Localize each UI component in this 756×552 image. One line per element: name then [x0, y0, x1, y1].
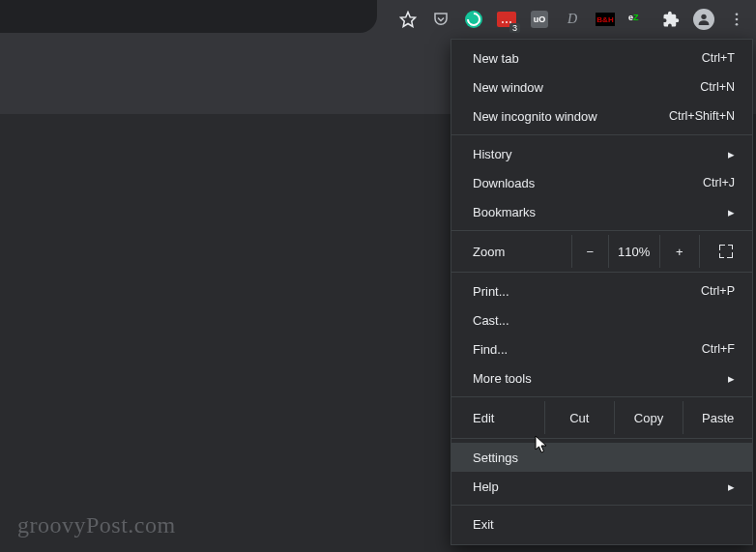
svg-point-2	[736, 13, 739, 15]
watermark: groovyPost.com	[17, 512, 176, 538]
menu-separator	[451, 438, 752, 439]
menu-zoom-row: Zoom − 110% +	[451, 235, 752, 268]
fullscreen-button[interactable]	[699, 235, 752, 268]
chevron-right-icon: ▸	[728, 371, 735, 386]
menu-print[interactable]: Print... Ctrl+P	[451, 276, 752, 305]
menu-find[interactable]: Find... Ctrl+F	[451, 334, 752, 363]
menu-new-window[interactable]: New window Ctrl+N	[451, 73, 752, 102]
menu-item-label: New window	[473, 80, 700, 95]
menu-item-label: New incognito window	[473, 109, 669, 124]
menu-separator	[451, 505, 752, 506]
extension-bh-icon[interactable]: B&H	[594, 8, 617, 31]
menu-item-label: History	[473, 147, 728, 161]
menu-item-label: Settings	[473, 450, 735, 465]
menu-item-label: Downloads	[473, 176, 703, 190]
menu-downloads[interactable]: Downloads Ctrl+J	[451, 168, 752, 197]
menu-cast[interactable]: Cast...	[451, 305, 752, 334]
menu-item-shortcut: Ctrl+Shift+N	[669, 109, 735, 123]
pocket-icon[interactable]	[429, 8, 452, 31]
chevron-right-icon: ▸	[728, 147, 735, 161]
menu-exit[interactable]: Exit	[451, 509, 752, 538]
menu-history[interactable]: History ▸	[451, 139, 752, 168]
lastpass-badge: 3	[509, 23, 520, 33]
menu-item-label: Exit	[473, 517, 735, 532]
edit-copy-button[interactable]: Copy	[614, 401, 683, 434]
menu-item-shortcut: Ctrl+F	[702, 342, 735, 356]
zoom-out-button[interactable]: −	[571, 235, 608, 268]
svg-point-3	[736, 18, 739, 21]
svg-point-4	[736, 23, 739, 26]
zoom-value: 110%	[608, 235, 659, 268]
menu-item-label: Find...	[473, 342, 702, 357]
edit-paste-button[interactable]: Paste	[683, 401, 752, 434]
menu-more-tools[interactable]: More tools ▸	[451, 363, 752, 392]
menu-new-incognito[interactable]: New incognito window Ctrl+Shift+N	[451, 102, 752, 131]
menu-item-label: Bookmarks	[473, 205, 728, 219]
browser-toolbar: 3 uO D B&H eZ	[0, 0, 756, 39]
menu-help[interactable]: Help ▸	[451, 472, 752, 501]
svg-point-1	[701, 15, 706, 19]
menu-new-tab[interactable]: New tab Ctrl+T	[451, 44, 752, 73]
menu-separator	[451, 230, 752, 231]
menu-item-shortcut: Ctrl+J	[703, 176, 735, 189]
menu-bookmarks[interactable]: Bookmarks ▸	[451, 197, 752, 226]
extension-d-icon[interactable]: D	[561, 8, 584, 31]
ublock-icon[interactable]: uO	[528, 8, 551, 31]
menu-item-label: More tools	[473, 371, 728, 386]
extension-ez-icon[interactable]: eZ	[626, 8, 650, 31]
grammarly-icon[interactable]	[462, 8, 485, 31]
menu-item-label: Zoom	[473, 245, 571, 259]
star-icon[interactable]	[396, 8, 420, 31]
chrome-main-menu: New tab Ctrl+T New window Ctrl+N New inc…	[451, 39, 753, 545]
fullscreen-icon	[719, 245, 733, 258]
menu-item-label: Edit	[473, 411, 544, 425]
menu-item-label: Print...	[473, 284, 701, 299]
chevron-right-icon: ▸	[728, 479, 735, 494]
extensions-puzzle-icon[interactable]	[659, 8, 683, 31]
edit-cut-button[interactable]: Cut	[544, 401, 614, 434]
menu-dots-icon[interactable]	[725, 8, 748, 31]
menu-separator	[451, 134, 752, 135]
menu-item-shortcut: Ctrl+N	[700, 80, 735, 94]
menu-separator	[451, 272, 752, 273]
profile-icon[interactable]	[692, 8, 715, 31]
chevron-right-icon: ▸	[728, 205, 735, 219]
zoom-in-button[interactable]: +	[659, 235, 700, 268]
lastpass-icon[interactable]: 3	[495, 8, 518, 31]
menu-item-label: New tab	[473, 51, 702, 66]
menu-item-shortcut: Ctrl+P	[701, 284, 735, 298]
menu-item-label: Cast...	[473, 313, 735, 328]
menu-settings[interactable]: Settings	[451, 443, 752, 472]
menu-item-shortcut: Ctrl+T	[702, 51, 735, 65]
omnibox-edge	[0, 0, 377, 33]
menu-separator	[451, 396, 752, 397]
menu-item-label: Help	[473, 479, 728, 494]
menu-edit-row: Edit Cut Copy Paste	[451, 401, 752, 434]
svg-marker-0	[401, 13, 416, 27]
